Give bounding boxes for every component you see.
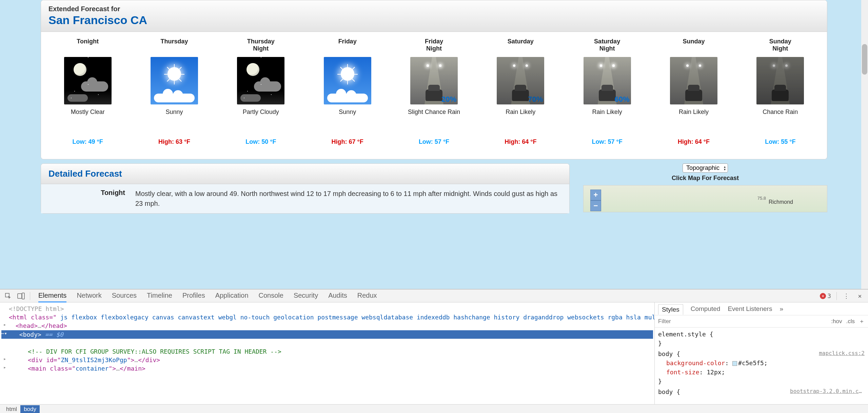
devtools-panel: ElementsNetworkSourcesTimelineProfilesAp… [0, 289, 868, 413]
forecast-day[interactable]: TonightMostly ClearLow: 49 °F [44, 38, 131, 145]
dom-doctype: <!DOCTYPE html> [1, 305, 64, 312]
styles-tab-styles[interactable]: Styles [658, 304, 683, 315]
day-name: Saturday [508, 38, 534, 54]
breadcrumb-body[interactable]: body [20, 405, 40, 413]
devtools-tab-timeline[interactable]: Timeline [147, 290, 172, 302]
dom-main-node[interactable]: <main class="container">…</main> [1, 365, 145, 372]
day-temp: High: 63 °F [158, 138, 190, 145]
close-icon[interactable]: ✕ [856, 292, 864, 300]
forecast-day[interactable]: SundayRain LikelyHigh: 64 °F [650, 38, 737, 145]
devtools-tab-application[interactable]: Application [215, 290, 249, 302]
map-city-label: Richmond [769, 199, 793, 205]
forecast-day[interactable]: FridaySunnyHigh: 67 °F [304, 38, 391, 145]
rule-body-1[interactable]: mapclick.css:2 body { background-color: … [658, 349, 865, 386]
forecast-title-location[interactable]: San Francisco CA [48, 14, 820, 27]
styles-pane: StylesComputedEvent Listeners» :hov .cls… [654, 302, 868, 404]
dom-comment: <!-- DIV FOR CFI GROUP SURVEY::ALSO REQU… [1, 348, 281, 355]
cls-toggle[interactable]: .cls [846, 318, 855, 325]
dom-head-node[interactable]: <head>…</head> [1, 322, 67, 329]
day-condition: Sunny [164, 109, 184, 132]
add-rule-icon[interactable]: ＋ [859, 317, 865, 325]
detail-period-label: Tonight [47, 189, 135, 209]
day-name: Sunday [683, 38, 705, 54]
devtools-tab-sources[interactable]: Sources [112, 290, 137, 302]
hov-toggle[interactable]: :hov [831, 318, 842, 325]
dom-tree[interactable]: <!DOCTYPE html> <html class=" js flexbox… [0, 302, 654, 404]
page-scrollbar[interactable] [861, 0, 868, 289]
map-scale: 75.8 [757, 196, 766, 201]
breadcrumb-html[interactable]: html [3, 405, 20, 413]
styles-tab-event-listeners[interactable]: Event Listeners [728, 305, 772, 313]
day-condition: Partly Cloudy [241, 109, 280, 132]
day-name: Thursday [160, 38, 188, 54]
day-name: SundayNight [769, 38, 791, 54]
forecast-map[interactable]: + − 75.8 Richmond [583, 185, 827, 212]
day-condition: Chance Rain [761, 109, 799, 132]
forecast-day[interactable]: FridayNight20%Slight Chance RainLow: 57 … [391, 38, 477, 145]
day-condition: Mostly Clear [70, 109, 106, 132]
devtools-tab-elements[interactable]: Elements [38, 290, 66, 302]
devtools-tab-console[interactable]: Console [259, 290, 283, 302]
forecast-day[interactable]: Saturday70%Rain LikelyHigh: 64 °F [477, 38, 564, 145]
styles-filter-row: :hov .cls ＋ [655, 315, 868, 328]
forecast-day[interactable]: ThursdaySunnyHigh: 63 °F [131, 38, 217, 145]
rule-source-link[interactable]: bootstrap-3.2.0.min.css:5 [790, 387, 865, 395]
day-condition: Slight Chance Rain [407, 109, 461, 132]
extended-forecast-panel: Extended Forecast for San Francisco CA T… [41, 0, 827, 159]
svg-rect-2 [22, 293, 24, 299]
day-name: FridayNight [425, 38, 443, 54]
devtools-tab-audits[interactable]: Audits [328, 290, 347, 302]
day-condition: Rain Likely [591, 109, 624, 132]
day-name: Friday [338, 38, 357, 54]
day-name: ThursdayNight [247, 38, 275, 54]
device-toggle-icon[interactable] [17, 292, 25, 300]
day-condition: Rain Likely [677, 109, 710, 132]
map-hint: Click Map For Forecast [583, 175, 827, 182]
chevron-updown-icon: ▴▾ [724, 165, 726, 171]
devtools-tab-profiles[interactable]: Profiles [182, 290, 205, 302]
devtools-tab-network[interactable]: Network [77, 290, 101, 302]
day-temp: High: 64 °F [678, 138, 710, 145]
forecast-day[interactable]: ThursdayNightPartly CloudyLow: 50 °F [218, 38, 304, 145]
map-layer-select[interactable]: Topographic ▴▾ [683, 163, 728, 173]
day-temp: High: 64 °F [505, 138, 536, 145]
devtools-tab-security[interactable]: Security [294, 290, 318, 302]
day-temp: Low: 49 °F [73, 138, 103, 145]
day-temp: Low: 57 °F [419, 138, 449, 145]
detail-row: TonightMostly clear, with a low around 4… [41, 184, 569, 213]
day-temp: Low: 55 °F [765, 138, 795, 145]
dom-body-node-selected[interactable]: <body> == $0 [1, 330, 653, 339]
detailed-forecast-header: Detailed Forecast [41, 164, 569, 184]
devtools-tab-redux[interactable]: Redux [357, 290, 377, 302]
error-icon: ✕ [820, 293, 826, 299]
breadcrumb: htmlbody [0, 404, 868, 413]
day-temp: Low: 50 °F [245, 138, 276, 145]
scrollbar-thumb[interactable] [862, 44, 867, 75]
forecast-title-small: Extended Forecast for [48, 5, 820, 13]
styles-tabs-overflow-icon[interactable]: » [780, 305, 783, 313]
rule-body-2[interactable]: bootstrap-3.2.0.min.css:5 body { [658, 387, 865, 396]
dom-div-node[interactable]: <div id="ZN_9tslIS2mj3KoPgp">…</div> [1, 356, 160, 363]
zoom-in-button[interactable]: + [590, 190, 601, 200]
rule-source-link[interactable]: mapclick.css:2 [819, 349, 865, 357]
day-name: SaturdayNight [594, 38, 620, 54]
styles-tab-computed[interactable]: Computed [691, 305, 721, 313]
forecast-row: TonightMostly ClearLow: 49 °FThursdaySun… [41, 32, 827, 159]
zoom-out-button[interactable]: − [590, 200, 601, 211]
devtools-toolbar: ElementsNetworkSourcesTimelineProfilesAp… [0, 290, 868, 302]
day-condition: Sunny [337, 109, 357, 132]
forecast-header: Extended Forecast for San Francisco CA [41, 0, 827, 32]
error-count-badge[interactable]: ✕ 3 [820, 292, 831, 299]
map-layer-value: Topographic [686, 164, 719, 171]
forecast-day[interactable]: SundayNightChance RainLow: 55 °F [737, 38, 824, 145]
rule-element-style[interactable]: element.style { } [658, 330, 865, 348]
styles-tabs: StylesComputedEvent Listeners» [655, 302, 868, 315]
day-temp: Low: 57 °F [592, 138, 623, 145]
styles-filter-input[interactable] [658, 318, 827, 325]
day-temp: High: 67 °F [332, 138, 363, 145]
day-name: Tonight [77, 38, 99, 54]
detailed-forecast-title: Detailed Forecast [48, 169, 562, 179]
forecast-day[interactable]: SaturdayNight60%Rain LikelyLow: 57 °F [564, 38, 650, 145]
kebab-menu-icon[interactable]: ⋮ [842, 292, 850, 300]
inspect-icon[interactable] [4, 292, 12, 300]
